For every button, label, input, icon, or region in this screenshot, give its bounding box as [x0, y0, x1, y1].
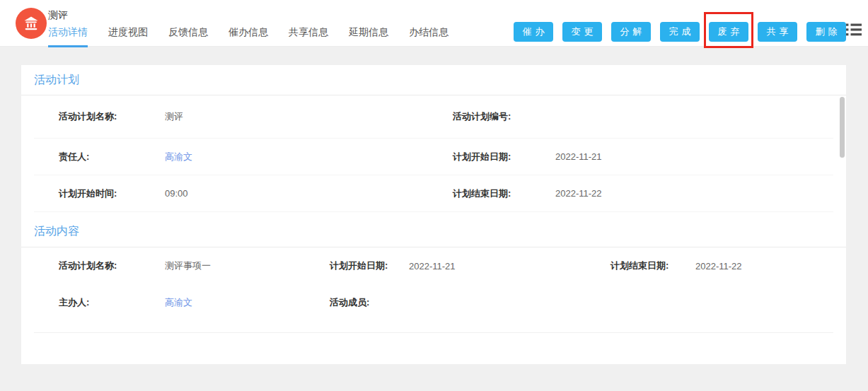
delete-button[interactable]: 删除	[806, 22, 846, 42]
field-content-start-date: 计划开始日期: 2022-11-21	[305, 259, 586, 272]
more-menu-button[interactable]	[846, 23, 862, 36]
field-value: 2022-11-21	[409, 261, 456, 272]
field-label: 计划开始时间:	[59, 187, 165, 200]
scrollbar-thumb[interactable]	[840, 97, 845, 158]
field-label: 活动计划编号:	[453, 110, 555, 123]
tab-feedback-info[interactable]: 反馈信息	[168, 26, 208, 47]
field-value: 2022-11-22	[695, 261, 742, 272]
discard-button-wrapper: 废弃	[709, 22, 748, 42]
field-label: 责任人:	[59, 151, 165, 163]
field-plan-end-date: 计划结束日期: 2022-11-22	[428, 187, 833, 200]
tab-completion-info[interactable]: 办结信息	[409, 26, 449, 47]
field-label: 主办人:	[59, 296, 165, 309]
field-value: 09:00	[165, 188, 188, 199]
avatar	[16, 8, 47, 39]
field-label: 计划结束日期:	[611, 259, 695, 272]
table-row: 活动计划名称: 测评 活动计划编号:	[34, 95, 833, 139]
content-rows: 活动计划名称: 测评事项一 计划开始日期: 2022-11-21 计划结束日期:…	[21, 247, 846, 321]
detail-card: 活动计划 活动计划名称: 测评 活动计划编号: 责任人: 高渝	[21, 65, 846, 364]
responsible-person-link[interactable]: 高渝文	[165, 151, 192, 163]
field-value: 测评事项一	[165, 259, 211, 272]
field-label: 活动计划名称:	[59, 259, 165, 272]
tab-bar: 活动详情 进度视图 反馈信息 催办信息 共享信息 延期信息 办结信息	[48, 26, 449, 47]
section-activity-content: 活动内容 活动计划名称: 测评事项一 计划开始日期: 2022-11-21 计划…	[21, 212, 846, 321]
field-value: 2022-11-22	[555, 188, 602, 199]
section-title: 活动内容	[34, 224, 79, 239]
table-row: 活动计划名称: 测评事项一 计划开始日期: 2022-11-21 计划结束日期:…	[34, 247, 833, 284]
section-activity-plan: 活动计划 活动计划名称: 测评 活动计划编号: 责任人: 高渝	[21, 65, 846, 212]
page-header: 测评 活动详情 进度视图 反馈信息 催办信息 共享信息 延期信息 办结信息 催办…	[0, 0, 868, 47]
field-label: 计划结束日期:	[453, 187, 555, 200]
action-button-bar: 催办 变更 分解 完成 废弃 共享 删除	[514, 22, 846, 42]
card-bottom-divider	[34, 332, 833, 333]
plan-rows: 活动计划名称: 测评 活动计划编号: 责任人: 高渝文 计划开始日期:	[21, 95, 846, 212]
decompose-button[interactable]: 分解	[611, 22, 651, 42]
section-header: 活动计划	[21, 65, 846, 95]
complete-button[interactable]: 完成	[660, 22, 700, 42]
tab-activity-details[interactable]: 活动详情	[48, 26, 88, 47]
table-row: 责任人: 高渝文 计划开始日期: 2022-11-21	[34, 139, 833, 175]
activity-detail-page: 测评 活动详情 进度视图 反馈信息 催办信息 共享信息 延期信息 办结信息 催办…	[0, 0, 868, 391]
field-plan-start-time: 计划开始时间: 09:00	[34, 187, 428, 200]
page-title: 测评	[48, 9, 68, 22]
field-label: 活动计划名称:	[59, 110, 165, 123]
change-button[interactable]: 变更	[562, 22, 602, 42]
table-row: 主办人: 高渝文 活动成员:	[34, 284, 833, 321]
tab-urge-info[interactable]: 催办信息	[228, 26, 268, 47]
field-activity-members: 活动成员:	[305, 296, 586, 309]
table-row: 计划开始时间: 09:00 计划结束日期: 2022-11-22	[34, 175, 833, 212]
field-plan-number: 活动计划编号:	[428, 110, 833, 123]
field-label: 活动成员:	[330, 296, 409, 309]
urge-button[interactable]: 催办	[514, 22, 553, 42]
field-label: 计划开始日期:	[453, 151, 555, 163]
field-label: 计划开始日期:	[330, 259, 409, 272]
tab-delay-info[interactable]: 延期信息	[349, 26, 388, 47]
list-icon	[846, 23, 862, 36]
field-content-name: 活动计划名称: 测评事项一	[34, 259, 305, 272]
field-content-end-date: 计划结束日期: 2022-11-22	[586, 259, 833, 272]
section-title: 活动计划	[34, 73, 79, 88]
discard-button[interactable]: 废弃	[709, 22, 748, 42]
field-host-person: 主办人: 高渝文	[34, 296, 305, 309]
section-header: 活动内容	[21, 212, 846, 247]
field-plan-start-date: 计划开始日期: 2022-11-21	[428, 151, 833, 163]
tab-progress-view[interactable]: 进度视图	[108, 26, 148, 47]
field-value: 测评	[165, 110, 183, 123]
bank-icon	[23, 15, 40, 32]
field-plan-name: 活动计划名称: 测评	[34, 110, 428, 123]
share-button[interactable]: 共享	[758, 22, 797, 42]
host-person-link[interactable]: 高渝文	[165, 296, 192, 309]
field-responsible-person: 责任人: 高渝文	[34, 151, 428, 163]
tab-share-info[interactable]: 共享信息	[289, 26, 328, 47]
field-value: 2022-11-21	[555, 151, 602, 162]
